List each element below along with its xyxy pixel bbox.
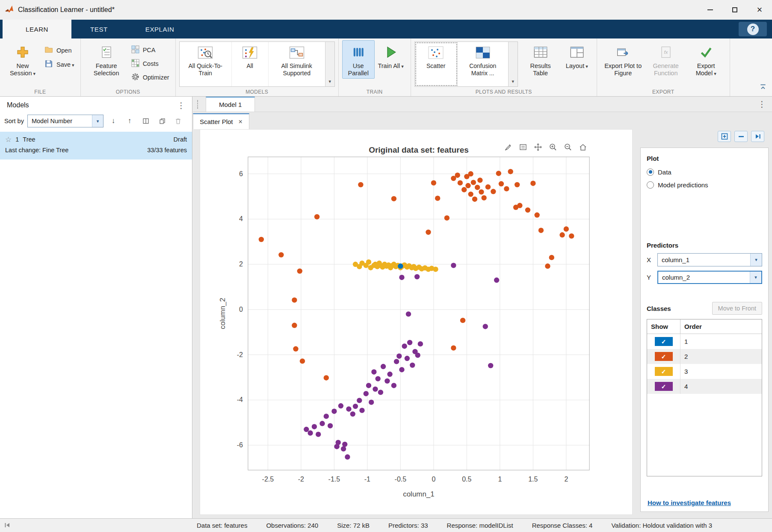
svg-text:0.5: 0.5 [462,476,471,483]
tab-explain[interactable]: EXPLAIN [127,20,193,38]
skip-to-start-icon[interactable] [4,522,11,530]
save-button[interactable]: Save [42,58,77,71]
scatter-plot-tab-label: Scatter Plot [200,118,233,125]
model-status-badge: Draft [174,134,187,145]
close-window-button[interactable]: × [747,0,772,20]
new-session-label: New Session [6,62,39,77]
datatips-icon[interactable] [518,142,528,152]
window-controls: × [698,0,772,20]
maximize-window-button[interactable] [722,0,747,20]
plots-gallery: Scatter Confusion Matrix ... ▾ [414,41,518,87]
model-list-item[interactable]: ☆ 1 Tree Draft Last change: Fine Tree 33… [0,132,192,160]
tab-learn[interactable]: LEARN [3,20,71,38]
duplicate-model-button[interactable] [156,115,169,127]
layout-columns-button[interactable] [139,115,152,127]
scatter-plot[interactable]: -2.5-2-1.5-1-0.500.511.52-6-4-20246Origi… [200,130,632,514]
ribbon-section-file: New Session Open Save FILE [0,38,81,96]
svg-text:-2.5: -2.5 [262,476,274,483]
move-to-front-button[interactable]: Move to Front [712,302,762,315]
results-table-label: Results Table [523,62,558,77]
model-features-count: 33/33 features [147,145,187,156]
confusion-matrix-item[interactable]: Confusion Matrix ... [458,42,508,86]
x-predictor-dropdown[interactable]: column_1 ▾ [657,253,762,266]
models-panel-title: Models [7,101,29,109]
sort-by-value: Model Number [28,115,92,127]
models-panel-menu-icon[interactable]: ⋮ [177,100,185,110]
svg-text:-1.5: -1.5 [328,476,340,483]
classes-col-order: Order [680,319,762,334]
class-show-checkbox[interactable]: ✓ [655,352,673,361]
tab-scatter-plot[interactable]: Scatter Plot × [193,113,249,129]
collapse-ribbon-button[interactable] [759,83,767,92]
layout-button[interactable]: Layout [561,40,593,71]
sort-by-dropdown[interactable]: Model Number ▾ [27,115,104,127]
models-gallery-dropdown-button[interactable]: ▾ [325,42,334,86]
plot-heading: Plot [647,155,762,162]
plots-gallery-dropdown-button[interactable]: ▾ [508,42,518,86]
delete-model-button[interactable] [172,115,185,127]
checkmark-icon: ✓ [661,354,666,360]
class-show-checkbox[interactable]: ✓ [655,382,673,391]
close-icon[interactable]: × [239,118,243,126]
y-predictor-label: Y [647,274,653,281]
scatter-plot-label: Scatter [426,62,445,70]
add-button[interactable] [718,131,731,142]
pan-icon[interactable] [533,142,543,152]
help-button[interactable]: ? [739,22,767,36]
scatter-plot-item[interactable]: Scatter [415,42,458,86]
tab-model-1[interactable]: Model 1 [206,97,255,112]
open-button[interactable]: Open [42,44,77,57]
svg-text:2: 2 [564,476,568,483]
train-all-label: Train All [378,62,403,70]
panel-splitter-handle[interactable] [197,100,200,109]
tab-test[interactable]: TEST [71,20,127,38]
generate-function-icon: fx [660,44,672,61]
optimizer-button[interactable]: Optimizer [129,71,172,84]
restore-view-icon[interactable] [578,142,588,152]
layout-label: Layout [566,62,588,70]
minimize-button[interactable] [734,131,748,142]
export-plot-label: Export Plot to Figure [603,62,643,77]
zoom-out-icon[interactable] [563,142,573,152]
generate-function-button[interactable]: fx Generate Function [646,40,686,79]
new-session-button[interactable]: New Session [3,40,42,79]
class-show-checkbox[interactable]: ✓ [655,337,673,346]
how-to-investigate-features-link[interactable]: How to investigate features [648,499,731,506]
minimize-window-button[interactable] [698,0,722,20]
class-show-checkbox[interactable]: ✓ [655,367,673,376]
status-item: Size: 72 kB [337,522,370,529]
model-last-change: Last change: Fine Tree [5,145,68,156]
use-parallel-button[interactable]: Use Parallel [342,40,375,79]
class-order-value: 2 [680,353,688,360]
brush-icon[interactable] [503,142,513,152]
pca-label: PCA [143,47,156,53]
export-model-label: Export Model [689,62,724,77]
radio-model-predictions[interactable]: Model predictions [647,178,762,191]
costs-button[interactable]: Costs [129,57,172,70]
favorite-star-icon[interactable]: ☆ [5,134,12,145]
figure-corner-buttons [718,131,764,142]
all-models-item[interactable]: All [232,42,269,86]
y-predictor-value: column_2 [658,272,750,283]
feature-selection-button[interactable]: Feature Selection [84,40,129,79]
pca-button[interactable]: PCA [129,44,172,56]
y-predictor-dropdown[interactable]: column_2 ▾ [657,271,762,284]
document-menu-icon[interactable]: ⋮ [758,99,766,109]
svg-text:0: 0 [239,306,243,313]
all-quick-to-train-item[interactable]: All Quick-To-Train [180,42,232,86]
train-all-button[interactable]: Train All [375,40,407,71]
all-simulink-supported-item[interactable]: All Simulink Supported [269,42,325,86]
zoom-in-icon[interactable] [548,142,558,152]
radio-data[interactable]: Data [647,166,762,178]
open-label: Open [56,47,71,54]
class-row: ✓3 [647,364,762,379]
sort-by-label: Sort by [4,118,24,124]
export-model-button[interactable]: Export Model [686,40,726,79]
sort-ascending-button[interactable]: ↑ [123,115,136,127]
results-table-button[interactable]: Results Table [521,40,561,79]
sort-descending-button[interactable]: ↓ [107,115,120,127]
all-quick-to-train-label: All Quick-To-Train [183,62,228,77]
export-plot-button[interactable]: Export Plot to Figure [600,40,646,79]
dock-button[interactable] [751,131,764,142]
optimizer-label: Optimizer [143,74,169,81]
